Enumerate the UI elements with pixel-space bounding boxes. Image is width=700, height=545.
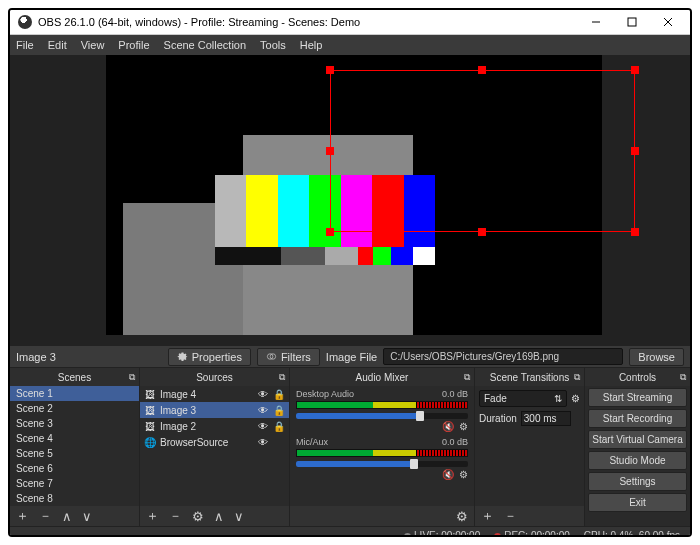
chevron-updown-icon: ⇅ [554, 393, 562, 404]
menu-edit[interactable]: Edit [48, 39, 67, 51]
scene-item[interactable]: Scene 6 [10, 461, 139, 476]
menu-scene-collection[interactable]: Scene Collection [164, 39, 247, 51]
audio-mixer-panel: Audio Mixer ⧉ Desktop Audio0.0 dB 🔇⚙ Mic… [290, 368, 475, 526]
dock-panels: Scenes ⧉ Scene 1 Scene 2 Scene 3 Scene 4… [10, 367, 690, 526]
scene-item[interactable]: Scene 7 [10, 476, 139, 491]
image-file-path-field[interactable]: C:/Users/OBS/Pictures/Grey169B.png [383, 348, 623, 365]
transitions-panel: Scene Transitions ⧉ Fade ⇅ ⚙ Duration [475, 368, 585, 526]
maximize-button[interactable] [614, 10, 650, 34]
remove-transition-button[interactable]: － [504, 507, 517, 525]
menu-help[interactable]: Help [300, 39, 323, 51]
visibility-toggle[interactable]: 👁 [257, 389, 269, 400]
image-icon: 🖼 [144, 420, 156, 432]
add-transition-button[interactable]: ＋ [481, 507, 494, 525]
scene-item[interactable]: Scene 2 [10, 401, 139, 416]
settings-button[interactable]: Settings [588, 472, 687, 491]
studio-mode-button[interactable]: Studio Mode [588, 451, 687, 470]
menu-tools[interactable]: Tools [260, 39, 286, 51]
transition-select[interactable]: Fade ⇅ [479, 390, 567, 407]
channel-settings-button[interactable]: ⚙ [459, 421, 468, 432]
source-item[interactable]: 🌐 BrowserSource 👁 [140, 434, 289, 450]
titlebar: OBS 26.1.0 (64-bit, windows) - Profile: … [10, 10, 690, 35]
live-status: LIVE: 00:00:00 [404, 530, 480, 537]
visibility-toggle[interactable]: 👁 [257, 437, 269, 448]
selection-handle-nw[interactable] [326, 66, 334, 74]
mixer-toolbar: ⚙ [290, 506, 474, 526]
mute-button[interactable]: 🔇 [442, 421, 454, 432]
scene-item[interactable]: Scene 1 [10, 386, 139, 401]
duration-input[interactable] [521, 411, 571, 426]
menu-file[interactable]: File [16, 39, 34, 51]
selection-handle-e[interactable] [631, 147, 639, 155]
add-scene-button[interactable]: ＋ [16, 507, 29, 525]
scenes-toolbar: ＋ － ∧ ∨ [10, 506, 139, 526]
menu-view[interactable]: View [81, 39, 105, 51]
scenes-list: Scene 1 Scene 2 Scene 3 Scene 4 Scene 5 … [10, 386, 139, 506]
popout-icon[interactable]: ⧉ [574, 372, 580, 383]
scene-item[interactable]: Scene 5 [10, 446, 139, 461]
image-icon: 🖼 [144, 404, 156, 416]
selection-handle-w[interactable] [326, 147, 334, 155]
scene-up-button[interactable]: ∧ [62, 509, 72, 524]
selection-handle-s[interactable] [478, 228, 486, 236]
exit-button[interactable]: Exit [588, 493, 687, 512]
selection-handle-ne[interactable] [631, 66, 639, 74]
volume-slider[interactable] [296, 461, 468, 467]
scene-item[interactable]: Scene 8 [10, 491, 139, 506]
transitions-body: Fade ⇅ ⚙ Duration [475, 386, 584, 506]
add-source-button[interactable]: ＋ [146, 507, 159, 525]
app-window: OBS 26.1.0 (64-bit, windows) - Profile: … [8, 8, 692, 537]
globe-icon: 🌐 [144, 436, 156, 448]
scene-item[interactable]: Scene 4 [10, 431, 139, 446]
scene-item[interactable]: Scene 3 [10, 416, 139, 431]
mute-button[interactable]: 🔇 [442, 469, 454, 480]
menubar: File Edit View Profile Scene Collection … [10, 35, 690, 55]
window-title: OBS 26.1.0 (64-bit, windows) - Profile: … [38, 16, 578, 28]
scenes-panel-header: Scenes ⧉ [10, 368, 139, 386]
remove-scene-button[interactable]: － [39, 507, 52, 525]
lock-toggle[interactable]: 🔒 [273, 405, 285, 416]
lock-toggle[interactable]: 🔒 [273, 389, 285, 400]
start-recording-button[interactable]: Start Recording [588, 409, 687, 428]
sources-panel: Sources ⧉ 🖼 Image 4 👁 🔒 🖼 Image 3 👁 🔒 [140, 368, 290, 526]
selection-outline[interactable] [330, 70, 635, 232]
source-up-button[interactable]: ∧ [214, 509, 224, 524]
visibility-toggle[interactable]: 👁 [257, 405, 269, 416]
rec-status: REC: 00:00:00 [494, 530, 570, 537]
popout-icon[interactable]: ⧉ [129, 372, 135, 383]
selection-handle-se[interactable] [631, 228, 639, 236]
popout-icon[interactable]: ⧉ [680, 372, 686, 383]
lock-toggle[interactable]: 🔒 [273, 421, 285, 432]
popout-icon[interactable]: ⧉ [464, 372, 470, 383]
controls-panel: Controls ⧉ Start Streaming Start Recordi… [585, 368, 690, 526]
source-item[interactable]: 🖼 Image 3 👁 🔒 [140, 402, 289, 418]
start-virtual-camera-button[interactable]: Start Virtual Camera [588, 430, 687, 449]
source-item[interactable]: 🖼 Image 2 👁 🔒 [140, 418, 289, 434]
filters-button[interactable]: Filters [257, 348, 320, 366]
image-file-label: Image File [326, 351, 377, 363]
source-properties-button[interactable]: ⚙ [192, 509, 204, 524]
channel-settings-button[interactable]: ⚙ [459, 469, 468, 480]
selection-handle-n[interactable] [478, 66, 486, 74]
scenes-panel: Scenes ⧉ Scene 1 Scene 2 Scene 3 Scene 4… [10, 368, 140, 526]
menu-profile[interactable]: Profile [118, 39, 149, 51]
mixer-panel-header: Audio Mixer ⧉ [290, 368, 474, 386]
selection-handle-sw[interactable] [326, 228, 334, 236]
start-streaming-button[interactable]: Start Streaming [588, 388, 687, 407]
controls-panel-header: Controls ⧉ [585, 368, 690, 386]
close-button[interactable] [650, 10, 686, 34]
scene-down-button[interactable]: ∨ [82, 509, 92, 524]
minimize-button[interactable] [578, 10, 614, 34]
preview-area[interactable] [10, 55, 690, 345]
mixer-settings-button[interactable]: ⚙ [456, 509, 468, 524]
visibility-toggle[interactable]: 👁 [257, 421, 269, 432]
browse-button[interactable]: Browse [629, 348, 684, 366]
popout-icon[interactable]: ⧉ [279, 372, 285, 383]
transition-settings-button[interactable]: ⚙ [571, 393, 580, 404]
source-down-button[interactable]: ∨ [234, 509, 244, 524]
volume-slider[interactable] [296, 413, 468, 419]
remove-source-button[interactable]: － [169, 507, 182, 525]
transitions-toolbar: ＋ － [475, 506, 584, 526]
properties-button[interactable]: Properties [168, 348, 251, 366]
source-item[interactable]: 🖼 Image 4 👁 🔒 [140, 386, 289, 402]
